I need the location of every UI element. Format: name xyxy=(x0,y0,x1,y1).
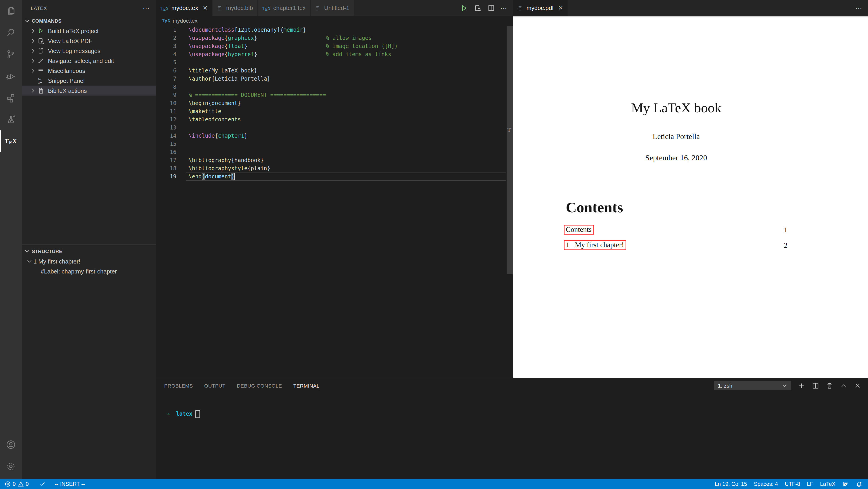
eol-sequence[interactable]: LF xyxy=(807,481,813,487)
pdf-doc-title: My LaTeX book xyxy=(564,100,788,115)
settings-gear-icon[interactable] xyxy=(0,456,22,477)
sidebar-item-navigate-select-and-edit[interactable]: Navigate, select, and edit xyxy=(22,56,156,66)
terminal-prompt: → xyxy=(166,410,169,418)
pdf-more-actions-icon[interactable]: ⋯ xyxy=(855,6,863,10)
tex-file-icon: TEX xyxy=(262,4,271,11)
code-line[interactable]: 6\title{My LaTeX book} xyxy=(156,66,506,75)
code-line[interactable]: 11\maketitle xyxy=(156,107,506,115)
code-line[interactable]: 5 xyxy=(156,58,506,66)
pdf-tab[interactable]: mydoc.pdf✕ xyxy=(513,0,568,16)
maximize-panel-icon[interactable] xyxy=(840,382,847,390)
indentation[interactable]: Spaces: 4 xyxy=(754,481,778,487)
code-line[interactable]: 3\usepackage{float} % image location ([H… xyxy=(156,42,506,50)
error-count: 0 xyxy=(13,481,16,487)
tab-label: mydoc.bib xyxy=(226,4,253,11)
status-right: Ln 19, Col 15 Spaces: 4 UTF-8 LF LaTeX xyxy=(715,481,868,487)
line-number: 17 xyxy=(156,156,189,164)
status-bar: 0 0 -- INSERT -- Ln 19, Col 15 Spaces: 4… xyxy=(0,479,868,489)
code-line[interactable]: 15 xyxy=(156,140,506,148)
line-number: 13 xyxy=(156,124,189,132)
code-line[interactable]: 18\bibliographystyle{plain} xyxy=(156,164,506,173)
panel-tab-debug-console[interactable]: DEBUG CONSOLE xyxy=(237,378,282,394)
split-editor-icon[interactable] xyxy=(487,3,496,12)
sidebar-more-actions-icon[interactable]: ⋯ xyxy=(143,6,150,10)
panel-tab-problems[interactable]: PROBLEMS xyxy=(164,378,193,394)
code-line[interactable]: 9% ============= DOCUMENT ==============… xyxy=(156,91,506,99)
sidebar-item-view-latex-pdf[interactable]: View LaTeX PDF xyxy=(22,36,156,46)
latex-workshop-icon[interactable]: TEX xyxy=(0,131,22,152)
sidebar-item-label: Snippet Panel xyxy=(48,77,85,84)
split-terminal-icon[interactable] xyxy=(812,382,819,390)
terminal-line[interactable]: → latex xyxy=(166,410,200,418)
code-lines[interactable]: 1\documentclass[12pt,openany]{memoir}2\u… xyxy=(156,26,506,181)
panel-tab-output[interactable]: OUTPUT xyxy=(204,378,225,394)
code-line[interactable]: 1\documentclass[12pt,openany]{memoir} xyxy=(156,26,506,34)
code-line[interactable]: 14\include{chapter1} xyxy=(156,132,506,140)
view-latex-pdf-icon[interactable] xyxy=(473,3,482,12)
explorer-icon[interactable] xyxy=(0,0,22,22)
source-control-icon[interactable] xyxy=(0,44,22,65)
editor-tab[interactable]: TEXchapter1.tex xyxy=(258,0,311,16)
language-mode[interactable]: LaTeX xyxy=(820,481,835,487)
line-number: 16 xyxy=(156,148,189,156)
terminal-shell-select[interactable]: 1: zsh xyxy=(714,381,791,390)
run-debug-icon[interactable] xyxy=(0,65,22,87)
code-line[interactable]: 17\bibliography{handbook} xyxy=(156,156,506,164)
latex-build-status[interactable] xyxy=(39,481,46,487)
line-text: \begin{document} xyxy=(189,99,241,107)
tab-label: chapter1.tex xyxy=(273,4,306,11)
sidebar-item-snippet-panel[interactable]: %-x+Snippet Panel xyxy=(22,76,156,86)
vim-mode[interactable]: -- INSERT -- xyxy=(55,481,85,487)
kill-terminal-trash-icon[interactable] xyxy=(826,382,833,390)
structure-section-header[interactable]: STRUCTURE xyxy=(22,246,156,256)
structure-item[interactable]: #Label: chap:my-first-chapter xyxy=(22,266,156,276)
snippet-icon: %-x+ xyxy=(37,77,44,84)
line-text: \usepackage{graphicx} % allow images xyxy=(189,34,372,42)
sidebar-item-view-log-messages[interactable]: View Log messages xyxy=(22,46,156,56)
toc-link[interactable]: 1 My first chapter! xyxy=(564,240,626,250)
feedback-icon[interactable] xyxy=(842,481,849,487)
close-icon[interactable]: ✕ xyxy=(203,4,208,11)
sidebar-item-bibtex-actions[interactable]: BibTeX actions xyxy=(22,86,156,95)
editor-scrollbar[interactable]: T xyxy=(506,26,513,378)
scrollbar-slider[interactable] xyxy=(506,26,513,274)
structure-item[interactable]: 1 My first chapter! xyxy=(22,256,156,266)
build-project-icon[interactable] xyxy=(460,3,469,12)
close-icon[interactable]: ✕ xyxy=(558,4,563,11)
code-line[interactable]: 7\author{Leticia Portella} xyxy=(156,75,506,83)
panel-tab-terminal[interactable]: TERMINAL xyxy=(293,378,319,394)
shell-select-value: 1: zsh xyxy=(718,382,732,389)
svg-text:%-: %- xyxy=(38,78,41,81)
toc-link[interactable]: Contents xyxy=(564,225,594,234)
search-icon[interactable] xyxy=(0,22,22,44)
code-line[interactable]: 19\end{document} xyxy=(156,173,506,181)
code-line[interactable]: 8 xyxy=(156,83,506,91)
list-file-icon xyxy=(518,5,524,11)
problems-status[interactable]: 0 0 xyxy=(4,481,29,487)
sidebar-item-build-latex-project[interactable]: Build LaTeX project xyxy=(22,26,156,36)
line-text: \usepackage{hyperref} % add items as lin… xyxy=(189,50,391,58)
cursor-position[interactable]: Ln 19, Col 15 xyxy=(715,481,747,487)
extensions-icon[interactable] xyxy=(0,87,22,109)
editor-tab[interactable]: TEXmydoc.tex✕ xyxy=(156,0,213,16)
code-line[interactable]: 16 xyxy=(156,148,506,156)
editor-tab[interactable]: Untitled-1 xyxy=(311,0,354,16)
sidebar-item-miscellaneous[interactable]: Miscellaneous xyxy=(22,66,156,76)
line-number: 6 xyxy=(156,66,189,75)
breadcrumb[interactable]: TEX mydoc.tex xyxy=(156,16,513,26)
code-line[interactable]: 10\begin{document} xyxy=(156,99,506,107)
code-line[interactable]: 2\usepackage{graphicx} % allow images xyxy=(156,34,506,42)
code-line[interactable]: 12\tableofcontents xyxy=(156,115,506,124)
code-line[interactable]: 13 xyxy=(156,124,506,132)
code-line[interactable]: 4\usepackage{hyperref} % add items as li… xyxy=(156,50,506,58)
editor-tab[interactable]: mydoc.bib xyxy=(213,0,258,16)
account-icon[interactable] xyxy=(0,434,22,456)
commands-section-header[interactable]: COMMANDS xyxy=(22,16,156,26)
new-terminal-icon[interactable] xyxy=(798,382,805,390)
pdf-contents-heading: Contents xyxy=(566,199,623,216)
encoding[interactable]: UTF-8 xyxy=(785,481,800,487)
close-panel-icon[interactable] xyxy=(854,382,861,390)
testing-icon[interactable] xyxy=(0,109,22,131)
notifications-bell-icon[interactable] xyxy=(856,481,863,487)
editor-more-actions-icon[interactable]: ⋯ xyxy=(500,6,507,10)
